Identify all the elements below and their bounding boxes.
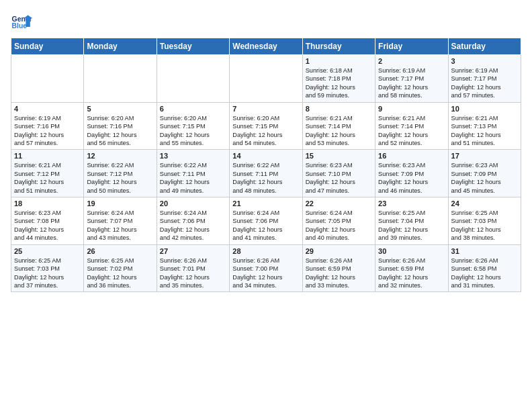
day-number: 4 (14, 105, 81, 113)
calendar-cell: 12Sunrise: 6:22 AM Sunset: 7:12 PM Dayli… (84, 150, 157, 197)
day-number: 21 (232, 199, 299, 208)
day-content: Sunrise: 6:24 AM Sunset: 7:06 PM Dayligh… (232, 209, 299, 242)
day-number: 26 (87, 247, 153, 255)
day-content: Sunrise: 6:22 AM Sunset: 7:11 PM Dayligh… (160, 161, 226, 195)
calendar-cell: 20Sunrise: 6:24 AM Sunset: 7:06 PM Dayli… (157, 197, 229, 245)
calendar-cell: 26Sunrise: 6:25 AM Sunset: 7:02 PM Dayli… (84, 244, 157, 292)
day-number: 22 (306, 199, 372, 208)
day-content: Sunrise: 6:20 AM Sunset: 7:15 PM Dayligh… (160, 114, 226, 148)
calendar-cell (230, 55, 302, 103)
day-content: Sunrise: 6:26 AM Sunset: 7:01 PM Dayligh… (160, 257, 226, 290)
day-number: 8 (306, 105, 372, 113)
day-number: 11 (14, 152, 81, 160)
calendar-cell: 30Sunrise: 6:26 AM Sunset: 6:59 PM Dayli… (375, 244, 448, 292)
day-number: 7 (232, 105, 299, 113)
day-number: 3 (451, 57, 518, 65)
day-content: Sunrise: 6:24 AM Sunset: 7:07 PM Dayligh… (87, 209, 153, 242)
day-number: 17 (451, 152, 518, 160)
day-number: 5 (87, 105, 153, 113)
weekday-header: Thursday (302, 38, 375, 55)
svg-text:Blue: Blue (12, 22, 28, 30)
page-header: General Blue (11, 11, 521, 32)
day-content: Sunrise: 6:22 AM Sunset: 7:11 PM Dayligh… (232, 161, 299, 195)
calendar-cell: 4Sunrise: 6:19 AM Sunset: 7:16 PM Daylig… (11, 102, 84, 150)
day-number: 29 (306, 247, 372, 255)
day-number: 24 (451, 199, 518, 208)
day-number: 14 (232, 152, 299, 160)
calendar-cell: 1Sunrise: 6:18 AM Sunset: 7:18 PM Daylig… (302, 55, 375, 103)
day-content: Sunrise: 6:19 AM Sunset: 7:17 PM Dayligh… (451, 66, 518, 100)
calendar-cell: 7Sunrise: 6:20 AM Sunset: 7:15 PM Daylig… (230, 102, 302, 150)
calendar-cell: 3Sunrise: 6:19 AM Sunset: 7:17 PM Daylig… (448, 55, 521, 103)
calendar-cell: 21Sunrise: 6:24 AM Sunset: 7:06 PM Dayli… (230, 197, 302, 245)
day-number: 28 (232, 247, 299, 255)
day-number: 12 (87, 152, 153, 160)
day-number: 20 (160, 199, 226, 208)
calendar-table: SundayMondayTuesdayWednesdayThursdayFrid… (11, 38, 521, 292)
day-content: Sunrise: 6:26 AM Sunset: 7:00 PM Dayligh… (232, 257, 299, 290)
day-content: Sunrise: 6:24 AM Sunset: 7:05 PM Dayligh… (306, 209, 372, 242)
calendar-cell: 15Sunrise: 6:23 AM Sunset: 7:10 PM Dayli… (302, 150, 375, 197)
calendar-cell (157, 55, 229, 103)
logo: General Blue (11, 11, 35, 32)
day-content: Sunrise: 6:23 AM Sunset: 7:09 PM Dayligh… (378, 161, 445, 195)
day-content: Sunrise: 6:18 AM Sunset: 7:18 PM Dayligh… (306, 66, 372, 100)
day-number: 1 (306, 57, 372, 65)
day-content: Sunrise: 6:26 AM Sunset: 6:59 PM Dayligh… (378, 257, 445, 290)
day-number: 13 (160, 152, 226, 160)
calendar-week-row: 18Sunrise: 6:23 AM Sunset: 7:08 PM Dayli… (11, 197, 521, 245)
calendar-cell: 18Sunrise: 6:23 AM Sunset: 7:08 PM Dayli… (11, 197, 84, 245)
day-content: Sunrise: 6:25 AM Sunset: 7:03 PM Dayligh… (451, 209, 518, 242)
calendar-cell: 28Sunrise: 6:26 AM Sunset: 7:00 PM Dayli… (230, 244, 302, 292)
day-number: 15 (306, 152, 372, 160)
day-content: Sunrise: 6:20 AM Sunset: 7:16 PM Dayligh… (87, 114, 153, 148)
day-content: Sunrise: 6:21 AM Sunset: 7:14 PM Dayligh… (306, 114, 372, 148)
day-number: 2 (378, 57, 445, 65)
calendar-cell: 13Sunrise: 6:22 AM Sunset: 7:11 PM Dayli… (157, 150, 229, 197)
calendar-cell: 5Sunrise: 6:20 AM Sunset: 7:16 PM Daylig… (84, 102, 157, 150)
day-content: Sunrise: 6:20 AM Sunset: 7:15 PM Dayligh… (232, 114, 299, 148)
calendar-cell: 9Sunrise: 6:21 AM Sunset: 7:14 PM Daylig… (375, 102, 448, 150)
day-content: Sunrise: 6:26 AM Sunset: 6:58 PM Dayligh… (451, 257, 518, 290)
day-content: Sunrise: 6:25 AM Sunset: 7:02 PM Dayligh… (87, 257, 153, 290)
day-content: Sunrise: 6:21 AM Sunset: 7:13 PM Dayligh… (451, 114, 518, 148)
day-number: 30 (378, 247, 445, 255)
weekday-header: Tuesday (157, 38, 229, 55)
calendar-week-row: 4Sunrise: 6:19 AM Sunset: 7:16 PM Daylig… (11, 102, 521, 150)
day-content: Sunrise: 6:26 AM Sunset: 6:59 PM Dayligh… (306, 257, 372, 290)
calendar-week-row: 25Sunrise: 6:25 AM Sunset: 7:03 PM Dayli… (11, 244, 521, 292)
calendar-cell (84, 55, 157, 103)
calendar-cell: 29Sunrise: 6:26 AM Sunset: 6:59 PM Dayli… (302, 244, 375, 292)
day-number: 10 (451, 105, 518, 113)
day-content: Sunrise: 6:19 AM Sunset: 7:17 PM Dayligh… (378, 66, 445, 100)
day-number: 19 (87, 199, 153, 208)
weekday-header-row: SundayMondayTuesdayWednesdayThursdayFrid… (11, 38, 521, 55)
weekday-header: Wednesday (230, 38, 302, 55)
day-content: Sunrise: 6:23 AM Sunset: 7:08 PM Dayligh… (14, 209, 81, 242)
day-number: 6 (160, 105, 226, 113)
calendar-week-row: 1Sunrise: 6:18 AM Sunset: 7:18 PM Daylig… (11, 55, 521, 103)
calendar-cell: 27Sunrise: 6:26 AM Sunset: 7:01 PM Dayli… (157, 244, 229, 292)
weekday-header: Monday (84, 38, 157, 55)
calendar-cell: 8Sunrise: 6:21 AM Sunset: 7:14 PM Daylig… (302, 102, 375, 150)
calendar-cell: 25Sunrise: 6:25 AM Sunset: 7:03 PM Dayli… (11, 244, 84, 292)
day-number: 9 (378, 105, 445, 113)
calendar-cell: 31Sunrise: 6:26 AM Sunset: 6:58 PM Dayli… (448, 244, 521, 292)
calendar-cell: 24Sunrise: 6:25 AM Sunset: 7:03 PM Dayli… (448, 197, 521, 245)
calendar-cell: 2Sunrise: 6:19 AM Sunset: 7:17 PM Daylig… (375, 55, 448, 103)
day-content: Sunrise: 6:23 AM Sunset: 7:09 PM Dayligh… (451, 161, 518, 195)
day-content: Sunrise: 6:21 AM Sunset: 7:12 PM Dayligh… (14, 161, 81, 195)
day-content: Sunrise: 6:25 AM Sunset: 7:03 PM Dayligh… (14, 257, 81, 290)
day-content: Sunrise: 6:23 AM Sunset: 7:10 PM Dayligh… (306, 161, 372, 195)
calendar-cell: 6Sunrise: 6:20 AM Sunset: 7:15 PM Daylig… (157, 102, 229, 150)
day-content: Sunrise: 6:22 AM Sunset: 7:12 PM Dayligh… (87, 161, 153, 195)
day-content: Sunrise: 6:19 AM Sunset: 7:16 PM Dayligh… (14, 114, 81, 148)
calendar-cell: 22Sunrise: 6:24 AM Sunset: 7:05 PM Dayli… (302, 197, 375, 245)
calendar-cell: 16Sunrise: 6:23 AM Sunset: 7:09 PM Dayli… (375, 150, 448, 197)
calendar-cell: 10Sunrise: 6:21 AM Sunset: 7:13 PM Dayli… (448, 102, 521, 150)
weekday-header: Sunday (11, 38, 84, 55)
day-number: 27 (160, 247, 226, 255)
day-content: Sunrise: 6:24 AM Sunset: 7:06 PM Dayligh… (160, 209, 226, 242)
calendar-cell: 11Sunrise: 6:21 AM Sunset: 7:12 PM Dayli… (11, 150, 84, 197)
calendar-cell: 14Sunrise: 6:22 AM Sunset: 7:11 PM Dayli… (230, 150, 302, 197)
